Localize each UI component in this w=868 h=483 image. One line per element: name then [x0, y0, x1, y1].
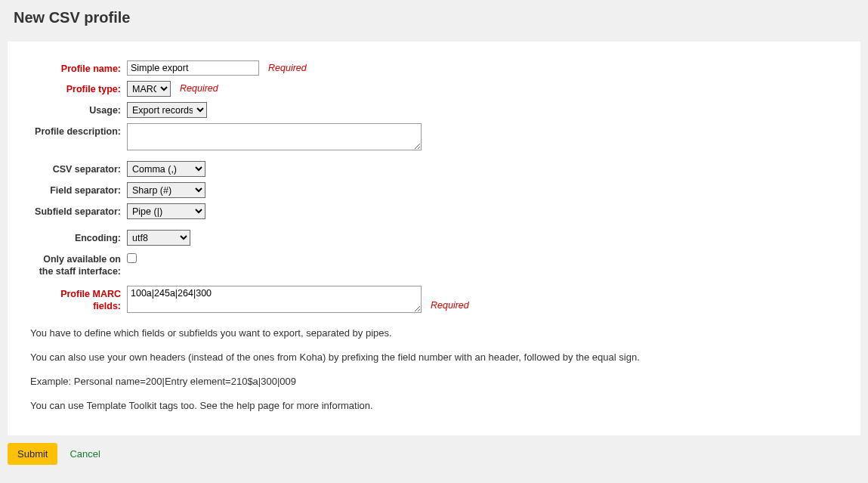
row-profile-name: Profile name: Required [30, 60, 838, 76]
required-hint: Required [431, 298, 469, 313]
row-profile-marc: Profile MARC fields: 100a|245a|264|300 R… [30, 286, 838, 313]
field-separator-select[interactable]: Sharp (#) [127, 182, 205, 198]
subfield-separator-select[interactable]: Pipe (|) [127, 203, 205, 219]
form-panel: Profile name: Required Profile type: MAR… [8, 42, 860, 435]
profile-name-input[interactable] [127, 60, 259, 76]
label-field-separator: Field separator: [30, 182, 127, 197]
help-line: You can also use your own headers (inste… [30, 351, 838, 364]
help-text: You have to define which fields or subfi… [30, 327, 838, 413]
label-encoding: Encoding: [30, 230, 127, 244]
help-line: You have to define which fields or subfi… [30, 327, 838, 340]
label-subfield-separator: Subfield separator: [30, 203, 127, 218]
label-only-staff: Only available on the staff interface: [30, 251, 127, 278]
profile-description-textarea[interactable] [127, 123, 422, 150]
csv-separator-select[interactable]: Comma (,) [127, 161, 205, 177]
profile-type-select[interactable]: MARC [127, 81, 171, 97]
row-usage: Usage: Export records [30, 102, 838, 118]
required-hint: Required [268, 60, 307, 73]
label-profile-name: Profile name: [30, 60, 127, 75]
help-line: Example: Personal name=200|Entry element… [30, 375, 838, 389]
row-only-staff: Only available on the staff interface: [30, 251, 838, 278]
label-profile-description: Profile description: [30, 123, 127, 138]
profile-marc-textarea[interactable]: 100a|245a|264|300 [127, 286, 422, 313]
row-csv-separator: CSV separator: Comma (,) [30, 161, 838, 177]
only-staff-checkbox[interactable] [127, 253, 137, 263]
required-hint: Required [180, 81, 218, 94]
row-profile-type: Profile type: MARC Required [30, 81, 838, 97]
help-line: You can use Template Toolkit tags too. S… [30, 399, 838, 413]
row-encoding: Encoding: utf8 [30, 230, 838, 246]
label-profile-type: Profile type: [30, 81, 127, 95]
row-profile-description: Profile description: [30, 123, 838, 150]
row-subfield-separator: Subfield separator: Pipe (|) [30, 203, 838, 219]
usage-select[interactable]: Export records [127, 102, 207, 118]
page-title: New CSV profile [0, 0, 868, 34]
label-profile-marc: Profile MARC fields: [30, 286, 127, 313]
label-csv-separator: CSV separator: [30, 161, 127, 175]
row-field-separator: Field separator: Sharp (#) [30, 182, 838, 198]
label-usage: Usage: [30, 102, 127, 116]
action-bar: Submit Cancel [8, 435, 860, 472]
submit-button[interactable]: Submit [8, 443, 57, 465]
cancel-link[interactable]: Cancel [70, 448, 100, 460]
encoding-select[interactable]: utf8 [127, 230, 190, 246]
